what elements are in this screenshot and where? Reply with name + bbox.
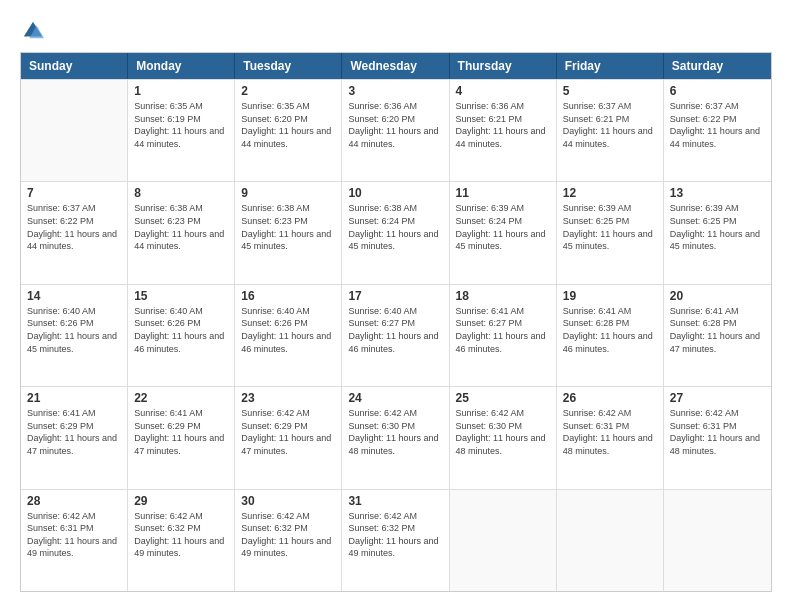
cell-info: Sunrise: 6:42 AMSunset: 6:31 PMDaylight:…	[27, 510, 121, 560]
cell-info: Sunrise: 6:41 AMSunset: 6:27 PMDaylight:…	[456, 305, 550, 355]
calendar-cell: 13Sunrise: 6:39 AMSunset: 6:25 PMDayligh…	[664, 182, 771, 283]
logo	[20, 20, 44, 42]
day-number: 20	[670, 289, 765, 303]
day-number: 25	[456, 391, 550, 405]
cell-info: Sunrise: 6:41 AMSunset: 6:29 PMDaylight:…	[27, 407, 121, 457]
calendar-header: SundayMondayTuesdayWednesdayThursdayFrid…	[21, 53, 771, 79]
cell-info: Sunrise: 6:39 AMSunset: 6:25 PMDaylight:…	[563, 202, 657, 252]
calendar-cell: 1Sunrise: 6:35 AMSunset: 6:19 PMDaylight…	[128, 80, 235, 181]
calendar-cell: 19Sunrise: 6:41 AMSunset: 6:28 PMDayligh…	[557, 285, 664, 386]
header-day-sunday: Sunday	[21, 53, 128, 79]
calendar-row-5: 28Sunrise: 6:42 AMSunset: 6:31 PMDayligh…	[21, 489, 771, 591]
calendar-cell: 22Sunrise: 6:41 AMSunset: 6:29 PMDayligh…	[128, 387, 235, 488]
cell-info: Sunrise: 6:42 AMSunset: 6:30 PMDaylight:…	[348, 407, 442, 457]
day-number: 29	[134, 494, 228, 508]
header-day-saturday: Saturday	[664, 53, 771, 79]
day-number: 8	[134, 186, 228, 200]
calendar-cell: 10Sunrise: 6:38 AMSunset: 6:24 PMDayligh…	[342, 182, 449, 283]
cell-info: Sunrise: 6:40 AMSunset: 6:27 PMDaylight:…	[348, 305, 442, 355]
page-header	[20, 20, 772, 42]
header-day-tuesday: Tuesday	[235, 53, 342, 79]
cell-info: Sunrise: 6:40 AMSunset: 6:26 PMDaylight:…	[134, 305, 228, 355]
calendar-cell: 8Sunrise: 6:38 AMSunset: 6:23 PMDaylight…	[128, 182, 235, 283]
calendar-cell: 16Sunrise: 6:40 AMSunset: 6:26 PMDayligh…	[235, 285, 342, 386]
calendar-row-3: 14Sunrise: 6:40 AMSunset: 6:26 PMDayligh…	[21, 284, 771, 386]
calendar-row-1: 1Sunrise: 6:35 AMSunset: 6:19 PMDaylight…	[21, 79, 771, 181]
calendar-cell: 23Sunrise: 6:42 AMSunset: 6:29 PMDayligh…	[235, 387, 342, 488]
calendar-cell: 31Sunrise: 6:42 AMSunset: 6:32 PMDayligh…	[342, 490, 449, 591]
calendar-body: 1Sunrise: 6:35 AMSunset: 6:19 PMDaylight…	[21, 79, 771, 591]
calendar-cell	[21, 80, 128, 181]
calendar-cell: 26Sunrise: 6:42 AMSunset: 6:31 PMDayligh…	[557, 387, 664, 488]
calendar-cell: 29Sunrise: 6:42 AMSunset: 6:32 PMDayligh…	[128, 490, 235, 591]
cell-info: Sunrise: 6:42 AMSunset: 6:32 PMDaylight:…	[348, 510, 442, 560]
day-number: 10	[348, 186, 442, 200]
calendar-cell: 2Sunrise: 6:35 AMSunset: 6:20 PMDaylight…	[235, 80, 342, 181]
calendar-cell: 27Sunrise: 6:42 AMSunset: 6:31 PMDayligh…	[664, 387, 771, 488]
day-number: 19	[563, 289, 657, 303]
calendar-cell: 25Sunrise: 6:42 AMSunset: 6:30 PMDayligh…	[450, 387, 557, 488]
day-number: 3	[348, 84, 442, 98]
day-number: 6	[670, 84, 765, 98]
cell-info: Sunrise: 6:37 AMSunset: 6:22 PMDaylight:…	[27, 202, 121, 252]
calendar-cell: 14Sunrise: 6:40 AMSunset: 6:26 PMDayligh…	[21, 285, 128, 386]
cell-info: Sunrise: 6:42 AMSunset: 6:32 PMDaylight:…	[134, 510, 228, 560]
day-number: 9	[241, 186, 335, 200]
calendar-cell: 28Sunrise: 6:42 AMSunset: 6:31 PMDayligh…	[21, 490, 128, 591]
header-day-monday: Monday	[128, 53, 235, 79]
cell-info: Sunrise: 6:38 AMSunset: 6:23 PMDaylight:…	[134, 202, 228, 252]
day-number: 23	[241, 391, 335, 405]
day-number: 2	[241, 84, 335, 98]
cell-info: Sunrise: 6:41 AMSunset: 6:28 PMDaylight:…	[563, 305, 657, 355]
calendar-cell: 30Sunrise: 6:42 AMSunset: 6:32 PMDayligh…	[235, 490, 342, 591]
cell-info: Sunrise: 6:38 AMSunset: 6:23 PMDaylight:…	[241, 202, 335, 252]
day-number: 1	[134, 84, 228, 98]
day-number: 31	[348, 494, 442, 508]
cell-info: Sunrise: 6:38 AMSunset: 6:24 PMDaylight:…	[348, 202, 442, 252]
cell-info: Sunrise: 6:40 AMSunset: 6:26 PMDaylight:…	[241, 305, 335, 355]
calendar-cell: 4Sunrise: 6:36 AMSunset: 6:21 PMDaylight…	[450, 80, 557, 181]
day-number: 12	[563, 186, 657, 200]
calendar-cell	[557, 490, 664, 591]
calendar-cell: 11Sunrise: 6:39 AMSunset: 6:24 PMDayligh…	[450, 182, 557, 283]
cell-info: Sunrise: 6:35 AMSunset: 6:19 PMDaylight:…	[134, 100, 228, 150]
cell-info: Sunrise: 6:39 AMSunset: 6:25 PMDaylight:…	[670, 202, 765, 252]
day-number: 11	[456, 186, 550, 200]
day-number: 14	[27, 289, 121, 303]
calendar-cell	[664, 490, 771, 591]
calendar-cell: 9Sunrise: 6:38 AMSunset: 6:23 PMDaylight…	[235, 182, 342, 283]
cell-info: Sunrise: 6:42 AMSunset: 6:32 PMDaylight:…	[241, 510, 335, 560]
calendar-cell: 17Sunrise: 6:40 AMSunset: 6:27 PMDayligh…	[342, 285, 449, 386]
calendar-cell: 5Sunrise: 6:37 AMSunset: 6:21 PMDaylight…	[557, 80, 664, 181]
calendar-cell: 6Sunrise: 6:37 AMSunset: 6:22 PMDaylight…	[664, 80, 771, 181]
day-number: 26	[563, 391, 657, 405]
day-number: 13	[670, 186, 765, 200]
day-number: 21	[27, 391, 121, 405]
cell-info: Sunrise: 6:36 AMSunset: 6:20 PMDaylight:…	[348, 100, 442, 150]
day-number: 24	[348, 391, 442, 405]
header-day-wednesday: Wednesday	[342, 53, 449, 79]
calendar-cell: 24Sunrise: 6:42 AMSunset: 6:30 PMDayligh…	[342, 387, 449, 488]
cell-info: Sunrise: 6:41 AMSunset: 6:28 PMDaylight:…	[670, 305, 765, 355]
calendar-cell: 15Sunrise: 6:40 AMSunset: 6:26 PMDayligh…	[128, 285, 235, 386]
day-number: 28	[27, 494, 121, 508]
cell-info: Sunrise: 6:39 AMSunset: 6:24 PMDaylight:…	[456, 202, 550, 252]
header-day-friday: Friday	[557, 53, 664, 79]
cell-info: Sunrise: 6:36 AMSunset: 6:21 PMDaylight:…	[456, 100, 550, 150]
cell-info: Sunrise: 6:37 AMSunset: 6:21 PMDaylight:…	[563, 100, 657, 150]
calendar-cell: 7Sunrise: 6:37 AMSunset: 6:22 PMDaylight…	[21, 182, 128, 283]
day-number: 15	[134, 289, 228, 303]
header-day-thursday: Thursday	[450, 53, 557, 79]
calendar-cell: 21Sunrise: 6:41 AMSunset: 6:29 PMDayligh…	[21, 387, 128, 488]
calendar-cell: 18Sunrise: 6:41 AMSunset: 6:27 PMDayligh…	[450, 285, 557, 386]
day-number: 7	[27, 186, 121, 200]
day-number: 27	[670, 391, 765, 405]
day-number: 16	[241, 289, 335, 303]
cell-info: Sunrise: 6:35 AMSunset: 6:20 PMDaylight:…	[241, 100, 335, 150]
calendar-cell: 3Sunrise: 6:36 AMSunset: 6:20 PMDaylight…	[342, 80, 449, 181]
day-number: 4	[456, 84, 550, 98]
cell-info: Sunrise: 6:40 AMSunset: 6:26 PMDaylight:…	[27, 305, 121, 355]
cell-info: Sunrise: 6:42 AMSunset: 6:29 PMDaylight:…	[241, 407, 335, 457]
cell-info: Sunrise: 6:42 AMSunset: 6:31 PMDaylight:…	[563, 407, 657, 457]
day-number: 17	[348, 289, 442, 303]
